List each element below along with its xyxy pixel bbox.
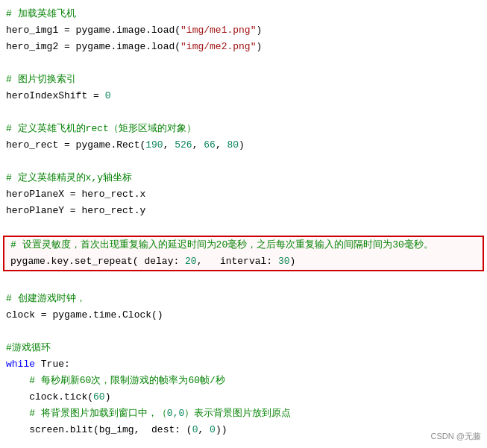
line-25-text: # 将背景图片加载到窗口中，（0,0）表示背景图片放到原点 bbox=[29, 406, 291, 421]
code-line-23: # 每秒刷新60次，限制游戏的帧率为60帧/秒 bbox=[0, 373, 487, 389]
code-line-19: clock = pygame.time.Clock() bbox=[0, 307, 487, 324]
code-editor: # 加载英雄飞机 hero_img1 = pygame.image.load("… bbox=[0, 0, 487, 448]
line-21-text: #游戏循环 bbox=[6, 341, 51, 356]
code-line-26: screen.blit(bg_img, dest: (0, 0)) bbox=[0, 422, 487, 438]
highlight-region: # 设置灵敏度，首次出现重复输入的延迟时间为20毫秒，之后每次重复输入的间隔时间… bbox=[3, 236, 484, 271]
code-line-3: hero_img2 = pygame.image.load("img/me2.p… bbox=[0, 39, 487, 55]
code-line-22: while True: bbox=[0, 356, 487, 373]
code-line-21: #游戏循环 bbox=[0, 340, 487, 356]
line-9-text: hero_rect = pygame.Rect(190, 526, 66, 80… bbox=[6, 138, 245, 153]
line-13-text: heroPlaneY = hero_rect.y bbox=[6, 204, 145, 218]
line-23-text: # 每秒刷新60次，限制游戏的帧率为60帧/秒 bbox=[29, 373, 225, 388]
code-line-15: # 设置灵敏度，首次出现重复输入的延迟时间为20毫秒，之后每次重复输入的间隔时间… bbox=[4, 237, 483, 253]
code-line-12: heroPlaneX = hero_rect.x bbox=[0, 186, 487, 203]
line-3-text: hero_img2 = pygame.image.load("img/me2.p… bbox=[6, 40, 262, 54]
code-line-20 bbox=[0, 324, 487, 340]
line-1-text: # 加载英雄飞机 bbox=[6, 7, 76, 22]
code-line-24: clock.tick(60) bbox=[0, 389, 487, 406]
code-line-13: heroPlaneY = hero_rect.y bbox=[0, 203, 487, 219]
code-line-10 bbox=[0, 154, 487, 170]
line-5-text: # 图片切换索引 bbox=[6, 72, 76, 87]
code-line-4 bbox=[0, 55, 487, 72]
code-line-17 bbox=[0, 274, 487, 291]
code-line-25: # 将背景图片加载到窗口中，（0,0）表示背景图片放到原点 bbox=[0, 406, 487, 422]
line-11-text: # 定义英雄精灵的x,y轴坐标 bbox=[6, 171, 132, 186]
code-line-11: # 定义英雄精灵的x,y轴坐标 bbox=[0, 170, 487, 186]
line-12-text: heroPlaneX = hero_rect.x bbox=[6, 187, 145, 202]
line-25-indent bbox=[6, 406, 29, 421]
code-line-9: hero_rect = pygame.Rect(190, 526, 66, 80… bbox=[0, 137, 487, 154]
code-line-8: # 定义英雄飞机的rect（矩形区域的对象） bbox=[0, 121, 487, 137]
code-line-7 bbox=[0, 104, 487, 121]
code-line-6: heroIndexShift = 0 bbox=[0, 88, 487, 104]
line-23-indent bbox=[6, 373, 29, 388]
code-line-14 bbox=[0, 219, 487, 236]
code-line-16: pygame.key.set_repeat( delay: 20, interv… bbox=[4, 253, 483, 270]
line-19-text: clock = pygame.time.Clock() bbox=[6, 308, 163, 323]
code-line-1: # 加载英雄飞机 bbox=[0, 6, 487, 22]
code-line-18: # 创建游戏时钟， bbox=[0, 291, 487, 307]
watermark: CSDN @无藤 bbox=[431, 431, 481, 442]
line-22-while: while bbox=[6, 357, 35, 372]
code-line-5: # 图片切换索引 bbox=[0, 72, 487, 88]
line-8-text: # 定义英雄飞机的rect（矩形区域的对象） bbox=[6, 122, 196, 136]
line-26-text: screen.blit(bg_img, dest: (0, 0)) bbox=[6, 423, 227, 438]
line-22-rest: True: bbox=[35, 357, 70, 372]
code-line-2: hero_img1 = pygame.image.load("img/me1.p… bbox=[0, 22, 487, 39]
line-15-text: # 设置灵敏度，首次出现重复输入的延迟时间为20毫秒，之后每次重复输入的间隔时间… bbox=[10, 238, 433, 253]
line-2-text: hero_img1 = pygame.image.load("img/me1.p… bbox=[6, 23, 262, 38]
line-18-text: # 创建游戏时钟， bbox=[6, 291, 86, 306]
line-16-text: pygame.key.set_repeat( delay: 20, interv… bbox=[10, 254, 295, 269]
line-24-text: clock.tick(60) bbox=[6, 390, 110, 405]
line-6-text: heroIndexShift = 0 bbox=[6, 89, 110, 104]
